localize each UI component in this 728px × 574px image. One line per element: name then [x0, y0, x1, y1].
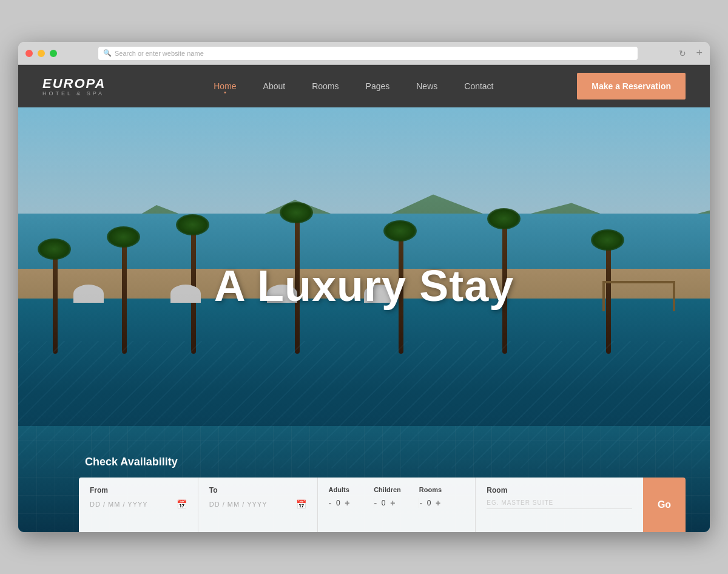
adults-spinner: - 0 +: [329, 498, 374, 508]
browser-titlebar: 🔍 Search or enter website name ↻ +: [18, 42, 710, 65]
to-input[interactable]: DD / MM / YYYY: [209, 501, 268, 508]
hero-section: A Luxury Stay Check Availability From DD…: [18, 107, 710, 532]
hero-title-container: A Luxury Stay: [214, 261, 514, 311]
spinner-labels: Adults Children Rooms: [329, 486, 465, 493]
rooms-label: Rooms: [419, 486, 465, 493]
children-increment[interactable]: +: [390, 498, 395, 508]
adults-increment[interactable]: +: [345, 498, 349, 508]
adults-value: 0: [334, 499, 342, 507]
maximize-button[interactable]: [50, 50, 57, 57]
spinner-controls: - 0 + - 0 + - 0: [329, 498, 465, 508]
to-field: To DD / MM / YYYY 📅: [198, 478, 318, 532]
availability-bar: Check Availability From DD / MM / YYYY 📅…: [18, 456, 710, 532]
children-decrement[interactable]: -: [374, 498, 377, 508]
nav-item-contact[interactable]: Contact: [451, 81, 507, 91]
logo-name: EUROPA: [42, 76, 106, 92]
children-spinner: - 0 +: [374, 498, 420, 508]
refresh-icon[interactable]: ↻: [679, 49, 686, 58]
to-input-row: DD / MM / YYYY 📅: [209, 499, 306, 509]
availability-form: From DD / MM / YYYY 📅 To DD / MM / YYYY …: [79, 478, 686, 532]
adults-label: Adults: [329, 486, 374, 493]
nav-item-about[interactable]: About: [250, 81, 299, 91]
nav-item-home[interactable]: Home: [200, 81, 249, 91]
hero-title-text: A Luxury Stay: [214, 261, 514, 311]
calendar-icon-to[interactable]: 📅: [296, 499, 306, 509]
rooms-value: 0: [425, 499, 433, 507]
rooms-spinner: - 0 +: [419, 498, 464, 508]
nav-links: Home About Rooms Pages News Contact: [130, 81, 578, 91]
from-label: From: [90, 486, 187, 495]
children-label: Children: [374, 486, 419, 493]
close-button[interactable]: [25, 50, 33, 57]
browser-window: 🔍 Search or enter website name ↻ + EUROP…: [18, 42, 710, 532]
spinners-field: Adults Children Rooms - 0 + -: [318, 478, 476, 532]
logo-subtitle: HOTEL & SPA: [42, 90, 106, 96]
room-name-label: Room: [487, 486, 632, 495]
from-field: From DD / MM / YYYY 📅: [79, 478, 198, 532]
nav-item-news[interactable]: News: [403, 81, 451, 91]
nav-item-rooms[interactable]: Rooms: [298, 81, 352, 91]
nav-item-pages[interactable]: Pages: [352, 81, 403, 91]
logo: EUROPA HOTEL & SPA: [42, 76, 106, 96]
availability-label: Check Availability: [85, 456, 686, 468]
minimize-button[interactable]: [38, 50, 45, 57]
go-button[interactable]: Go: [643, 478, 686, 532]
to-label: To: [209, 486, 306, 495]
adults-decrement[interactable]: -: [329, 498, 332, 508]
room-name-input[interactable]: EG. MASTER SUITE: [487, 499, 632, 509]
rooms-decrement[interactable]: -: [419, 498, 422, 508]
address-bar[interactable]: 🔍 Search or enter website name: [98, 47, 638, 60]
search-icon: 🔍: [103, 49, 112, 57]
children-value: 0: [379, 499, 388, 507]
calendar-icon-from[interactable]: 📅: [177, 499, 187, 509]
navbar: EUROPA HOTEL & SPA Home About Rooms Page…: [18, 65, 710, 107]
new-tab-button[interactable]: +: [696, 47, 703, 59]
website-content: EUROPA HOTEL & SPA Home About Rooms Page…: [18, 65, 710, 532]
address-text: Search or enter website name: [115, 50, 204, 57]
room-name-field: Room EG. MASTER SUITE: [476, 478, 643, 532]
rooms-increment[interactable]: +: [436, 498, 440, 508]
go-label: Go: [658, 499, 671, 510]
from-input-row: DD / MM / YYYY 📅: [90, 499, 187, 509]
reservation-button[interactable]: Make a Reservation: [577, 73, 686, 100]
from-input[interactable]: DD / MM / YYYY: [90, 501, 148, 508]
